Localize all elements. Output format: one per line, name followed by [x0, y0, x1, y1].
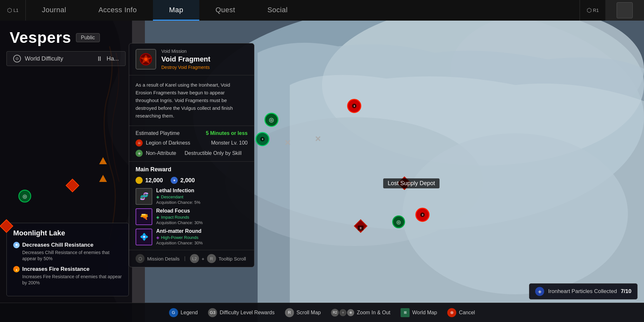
map-marker-cross-2: ✕ [315, 135, 321, 144]
mission-subtitle: Destroy Void Fragments [161, 65, 248, 70]
scroll-label: Scroll Map [297, 310, 321, 316]
effect-chill-name: Decreases Chill Resistance [22, 242, 93, 248]
cross-marker-icon-1: ✕ [284, 138, 291, 147]
ironheart-label: Ironheart Particles Collected [548, 288, 617, 295]
cancel-icon: ⊗ [447, 308, 456, 317]
map-marker-green-1[interactable]: ◎ [18, 190, 31, 203]
mission-marker-icon-3: ⏸ [415, 208, 430, 222]
green-marker-icon-2: ◎ [264, 113, 279, 127]
zoom-label: Zoom In & Out [357, 310, 390, 316]
effect-chill-resistance: ❄ Decreases Chill Resistance Decreases C… [13, 242, 122, 262]
ironheart-icon: ◈ [535, 287, 544, 296]
reward-item-type-0: ◈ Descendant [156, 194, 248, 199]
map-marker-green-3[interactable]: ◎ [392, 215, 405, 228]
r1-label: R1 [593, 8, 599, 13]
mission-icon [136, 49, 156, 70]
enemy-icon: ☠ [136, 139, 143, 147]
l1-button[interactable]: ⬡ L1 [0, 0, 26, 21]
effect-fire-name: Increases Fire Resistance [22, 266, 90, 272]
gold-reward: 12,000 [136, 177, 163, 184]
footer-separator: | [184, 256, 185, 261]
enemy-faction: Legion of Darkness [146, 140, 190, 146]
xp-icon: ✦ [171, 177, 178, 184]
tab-map[interactable]: Map [153, 0, 199, 21]
gold-icon [136, 177, 143, 184]
svg-point-8 [144, 58, 147, 61]
tooltip-r-icon: R [207, 254, 216, 263]
mission-popup: Void Mission Void Fragment Destroy Void … [129, 43, 254, 267]
tab-quest[interactable]: Quest [199, 0, 251, 21]
tooltip-scroll-label: Tooltip Scroll [219, 256, 246, 261]
pause-overlay-3: ⏸ [420, 213, 425, 217]
tab-journal[interactable]: Journal [26, 0, 82, 21]
playtime-value: 5 Minutes or less [206, 130, 248, 136]
map-marker-pause-small-1: ⏸ [358, 226, 364, 231]
tooltip-scroll-button[interactable]: L2 + R Tooltip Scroll [190, 254, 246, 263]
reward-item-type-1: ◈ Impact Rounds [156, 215, 248, 220]
map-marker-mission-2[interactable]: ⏸ [255, 132, 270, 146]
tab-social[interactable]: Social [251, 0, 304, 21]
reward-items-list: 🧬 Lethal Infection ◈ Descendant Acquisit… [136, 188, 248, 245]
map-marker-mission-1[interactable]: ⏸ [347, 99, 361, 113]
world-difficulty-bar[interactable]: ⊙ World Difficulty ⏸ Ha... [6, 51, 126, 66]
bottom-item-legend[interactable]: G Legend [169, 308, 198, 317]
reward-item-meta-1: Reload Focus ◈ Impact Rounds Acquisition… [156, 208, 248, 225]
orange-marker-icon-2 [99, 175, 107, 182]
orange-marker-icon-1 [99, 157, 107, 164]
location-title: Vespers [10, 29, 71, 46]
world-difficulty-pause-icon: ⏸ [96, 55, 103, 62]
bottom-item-cancel[interactable]: ⊗ Cancel [447, 308, 475, 317]
reward-item-meta-2: Anti-matter Round ◈ High-Power Rounds Ac… [156, 228, 248, 245]
main-content: Vespers Public ⊙ World Difficulty ⏸ Ha..… [0, 21, 644, 322]
map-marker-red-1[interactable] [68, 181, 77, 190]
tab-access-info[interactable]: Access Info [82, 0, 153, 21]
effect-chill-header: ❄ Decreases Chill Resistance [13, 242, 122, 248]
mission-type: Void Mission [161, 49, 248, 54]
cross-marker-icon-2: ✕ [315, 135, 321, 144]
reward-item-0: 🧬 Lethal Infection ◈ Descendant Acquisit… [136, 188, 248, 205]
legend-icon: G [169, 308, 178, 317]
top-navigation: ⬡ L1 Journal Access Info Map Quest Socia… [0, 0, 644, 21]
bottom-item-zoom[interactable]: R2 + ⊕ Zoom In & Out [331, 308, 390, 317]
mission-marker-icon-1: ⏸ [347, 99, 361, 113]
pause-overlay-1: ⏸ [352, 104, 356, 108]
gold-amount: 12,000 [145, 177, 163, 184]
map-marker-red-2[interactable] [2, 221, 11, 231]
reward-item-2: 💠 Anti-matter Round ◈ High-Power Rounds … [136, 228, 248, 245]
world-difficulty-label: World Difficulty [25, 55, 92, 62]
mission-marker-icon-2: ⏸ [255, 132, 270, 146]
mission-playtime-row: Estimated Playtime 5 Minutes or less [136, 130, 248, 136]
reward-item-name-1: Reload Focus [156, 208, 248, 214]
mission-name: Void Fragment [161, 55, 248, 63]
effect-fire-desc: Increases Fire Resistance of enemies tha… [13, 274, 122, 286]
reward-coins: 12,000 ✦ 2,000 [136, 177, 248, 184]
cancel-label: Cancel [459, 310, 475, 316]
legend-label: Legend [181, 310, 198, 316]
mission-header: Void Mission Void Fragment Destroy Void … [129, 43, 254, 75]
difficulty-icon: G3 [208, 308, 217, 317]
bottom-item-difficulty[interactable]: G3 Difficulty Level Rewards [208, 308, 274, 317]
xp-reward: ✦ 2,000 [171, 177, 195, 184]
mission-description: As a result of Karel using the Ironheart… [136, 81, 248, 120]
mission-footer: ⬡ Mission Details | L2 + R Tooltip Scrol… [129, 250, 254, 267]
r1-button[interactable]: ⬡ R1 [580, 0, 605, 21]
reward-item-name-2: Anti-matter Round [156, 228, 248, 234]
mission-stats: Estimated Playtime 5 Minutes or less ☠ L… [129, 126, 254, 162]
bottom-item-scroll[interactable]: R Scroll Map [285, 308, 321, 317]
reward-item-chance-0: Acquisition Chance: 5% [156, 200, 248, 205]
map-marker-mission-3[interactable]: ⏸ [415, 208, 430, 222]
world-difficulty-icon: ⊙ [13, 55, 21, 62]
world-difficulty-value: Ha... [107, 55, 119, 62]
mission-meta: Void Mission Void Fragment Destroy Void … [161, 49, 248, 70]
l1-icon: ⬡ [7, 7, 12, 14]
mission-details-button[interactable]: ⬡ Mission Details [136, 254, 180, 263]
reward-item-icon-1: 🔫 [136, 208, 152, 225]
bottom-item-world-map[interactable]: ⊞ World Map [401, 308, 437, 317]
nav-tabs: Journal Access Info Map Quest Social [26, 0, 580, 21]
ironheart-hud: ◈ Ironheart Particles Collected 7/10 [529, 283, 638, 299]
pause-label-1: ⏸ [358, 226, 364, 231]
map-marker-green-2[interactable]: ◎ [264, 113, 279, 127]
moonlight-lake-title: Moonlight Lake [13, 229, 122, 237]
green-marker-icon-1: ◎ [18, 190, 31, 203]
location-header: Vespers Public [0, 21, 132, 51]
